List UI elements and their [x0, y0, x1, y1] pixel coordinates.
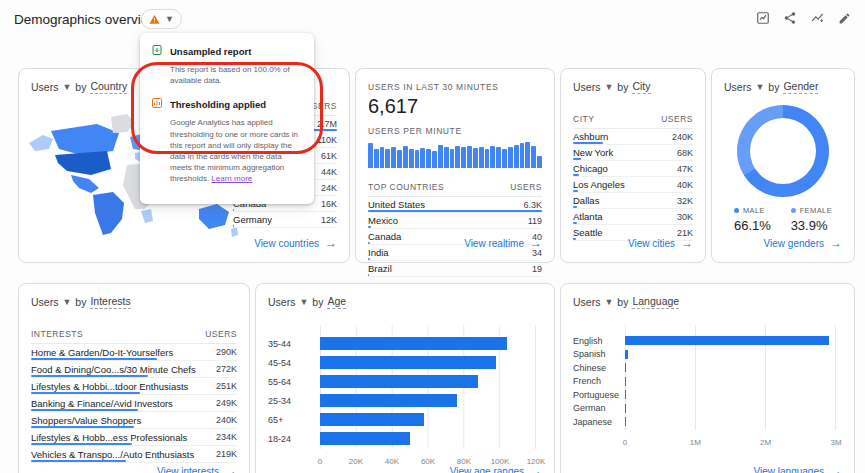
- dimension-selector[interactable]: City: [632, 80, 650, 94]
- age-bar: [320, 432, 410, 445]
- share-icon[interactable]: [783, 11, 797, 25]
- country-users: 16K: [321, 199, 337, 209]
- language-bar-row: French: [573, 375, 836, 389]
- value-bar: [31, 460, 126, 462]
- table-row: Food & Dining/Coo...s/30 Minute Chefs 27…: [31, 361, 237, 378]
- table-row: Mexico 119: [368, 213, 542, 229]
- metric-selector[interactable]: Users: [268, 296, 295, 308]
- table-row: Ashburn 240K: [573, 129, 693, 145]
- interest-users: 249K: [216, 398, 237, 408]
- view-cities-link[interactable]: View cities→: [628, 236, 693, 250]
- unsampled-report-icon: [151, 42, 163, 60]
- country-name: United States: [368, 199, 425, 210]
- dimension-selector[interactable]: Country: [90, 80, 127, 94]
- chevron-down-icon: ▼: [755, 83, 764, 92]
- table-row: Banking & Finance/Avid Investors 249K: [31, 395, 237, 412]
- view-languages-link[interactable]: View languages→: [754, 464, 842, 473]
- by-label: by: [75, 296, 86, 308]
- age-bar-row: 55-64: [268, 372, 536, 391]
- value-bar: [31, 443, 132, 445]
- arrow-icon: →: [325, 236, 337, 250]
- card-users-by-city: Users ▼ by City CITY USERS Ashburn 240K …: [560, 68, 706, 263]
- axis-tick-label: 40K: [385, 457, 399, 466]
- value-bar: [31, 409, 138, 411]
- value-bar: [31, 392, 140, 394]
- interest-name: Vehicles & Transpo.../Auto Enthusiasts: [31, 449, 194, 460]
- chevron-down-icon: ▼: [299, 298, 308, 307]
- table-row: Dallas 32K: [573, 193, 693, 209]
- interest-name: Lifestyles & Hobbi...tdoor Enthusiasts: [31, 381, 188, 392]
- age-bar: [320, 356, 496, 369]
- data-quality-dropdown[interactable]: ▼: [141, 9, 182, 29]
- city-name: Dallas: [573, 195, 599, 206]
- insights-icon[interactable]: [810, 11, 825, 25]
- female-percentage: 33.9%: [791, 218, 832, 233]
- city-users: 32K: [677, 196, 693, 206]
- view-realtime-link[interactable]: View realtime→: [464, 236, 542, 250]
- value-bar: [573, 190, 578, 192]
- header-actions: [756, 11, 851, 25]
- country-name: Canada: [368, 231, 401, 242]
- donut-hole: [750, 118, 816, 184]
- metric-selector[interactable]: Users: [31, 296, 58, 308]
- language-bar-row: German: [573, 402, 836, 416]
- arrow-icon: →: [530, 236, 542, 250]
- metric-selector[interactable]: Users: [724, 81, 751, 93]
- value-bar: [573, 158, 581, 160]
- language-label: Portuguese: [573, 390, 625, 400]
- value-bar: [233, 225, 234, 227]
- view-countries-link[interactable]: View countries→: [254, 236, 337, 250]
- card-users-by-interests: Users ▼ by Interests INTERESTS USERS Hom…: [18, 283, 250, 473]
- language-bar: [625, 377, 626, 386]
- realtime-title: USERS IN LAST 30 MINUTES: [368, 82, 542, 92]
- card-title: Users ▼ by Interests: [31, 295, 237, 309]
- card-title: Users ▼ by City: [573, 80, 693, 94]
- view-genders-link[interactable]: View genders→: [764, 236, 842, 250]
- value-bar: [368, 226, 371, 228]
- age-label: 45-54: [268, 358, 320, 368]
- age-bar-row: 18-24: [268, 429, 536, 448]
- report-chart-icon[interactable]: [756, 11, 770, 25]
- age-bar: [320, 337, 507, 350]
- country-name: Mexico: [368, 215, 398, 226]
- by-label: by: [617, 296, 628, 308]
- popover-item-title: Unsampled report: [170, 46, 251, 57]
- city-users: 68K: [677, 148, 693, 158]
- value-bar: [31, 426, 134, 428]
- interest-users: 290K: [216, 347, 237, 357]
- data-quality-popover: Unsampled report This report is based on…: [140, 33, 314, 204]
- value-bar: [233, 209, 234, 211]
- female-dot-icon: [791, 208, 796, 213]
- value-bar: [573, 142, 603, 144]
- dimension-selector[interactable]: Language: [632, 295, 679, 309]
- gender-legend: MALE 66.1% FEMALE 33.9%: [724, 206, 842, 233]
- interest-name: Food & Dining/Coo...s/30 Minute Chefs: [31, 364, 196, 375]
- city-users: 240K: [672, 132, 693, 142]
- arrow-icon: →: [225, 464, 237, 473]
- edit-icon[interactable]: [838, 12, 851, 25]
- metric-selector[interactable]: Users: [31, 81, 58, 93]
- view-interests-link[interactable]: View interests→: [157, 464, 237, 473]
- language-bar-row: Chinese: [573, 361, 836, 375]
- value-bar: [368, 274, 369, 276]
- table-row: United States 6.3K: [368, 197, 542, 213]
- value-bar: [31, 358, 157, 360]
- interest-users: 219K: [216, 449, 237, 459]
- metric-selector[interactable]: Users: [573, 81, 600, 93]
- dimension-selector[interactable]: Gender: [783, 80, 818, 94]
- view-age-ranges-link[interactable]: View age ranges→: [450, 464, 542, 473]
- axis-tick-label: 0: [318, 457, 322, 466]
- learn-more-link[interactable]: Learn more: [211, 174, 252, 183]
- country-users: 110K: [317, 135, 337, 145]
- dimension-selector[interactable]: Interests: [90, 295, 130, 309]
- language-label: German: [573, 403, 625, 413]
- language-label: Chinese: [573, 363, 625, 373]
- axis-tick-label: 3M: [830, 438, 841, 447]
- card-users-by-language: Users ▼ by Language English Spanish Chin…: [560, 283, 855, 473]
- metric-selector[interactable]: Users: [573, 296, 600, 308]
- popover-item-description: Google Analytics has applied thresholdin…: [170, 117, 303, 184]
- dimension-selector[interactable]: Age: [327, 295, 346, 309]
- chevron-down-icon: ▼: [604, 298, 613, 307]
- age-label: 65+: [268, 415, 320, 425]
- city-users: 47K: [677, 164, 693, 174]
